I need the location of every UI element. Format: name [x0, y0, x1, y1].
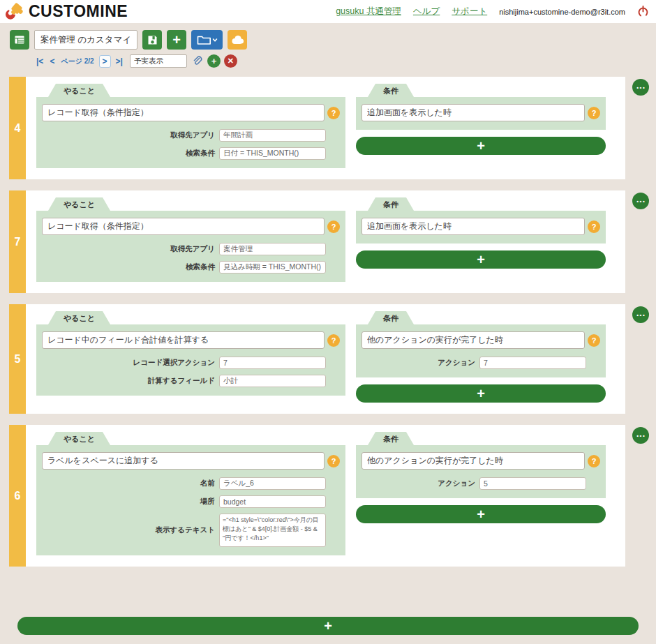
field-input[interactable] — [219, 477, 326, 490]
card-gutter: ••• — [625, 425, 656, 567]
help-icon[interactable]: ? — [588, 455, 600, 467]
card-number: 5 — [15, 353, 21, 366]
field-input[interactable] — [219, 147, 326, 160]
list-button[interactable] — [10, 30, 29, 50]
field-input[interactable] — [479, 477, 586, 490]
logout-button[interactable] — [637, 6, 649, 17]
field-input[interactable] — [219, 375, 326, 387]
field-label: 取得先アプリ — [170, 244, 215, 254]
action-fields: 名前場所表示するテキスト — [42, 477, 340, 547]
ellipsis-icon: ••• — [636, 433, 646, 439]
field-label: 検索条件 — [186, 262, 215, 272]
field-row: アクション — [361, 477, 600, 490]
help-icon[interactable]: ? — [327, 455, 340, 467]
customization-name-input[interactable] — [34, 30, 137, 50]
card-body: やること ? 名前場所表示するテキスト 条件 ? アクション — [26, 425, 625, 567]
condition-input[interactable] — [361, 452, 585, 470]
cloud-icon — [231, 35, 244, 45]
toolbar: + |< < ページ 2/2 > >| — [0, 23, 656, 68]
add-page-button[interactable]: + — [207, 54, 221, 68]
field-row: 検索条件 — [42, 147, 340, 160]
field-row: 表示するテキスト — [42, 514, 340, 547]
field-label: アクション — [438, 358, 475, 368]
card-gutter: ••• — [625, 304, 656, 414]
add-condition-button[interactable]: + — [356, 384, 606, 403]
folder-menu-button[interactable] — [191, 30, 223, 50]
action-panel: ? 取得先アプリ検索条件 — [36, 97, 345, 168]
prev-page-button[interactable]: < — [48, 56, 56, 67]
card-body: やること ? 取得先アプリ検索条件 条件 ? — [26, 190, 625, 293]
action-panel: ? レコード選択アクション計算するフィールド — [36, 324, 345, 396]
field-input[interactable] — [219, 357, 326, 369]
field-input[interactable] — [219, 243, 326, 255]
action-input[interactable] — [42, 331, 325, 349]
condition-input[interactable] — [361, 218, 585, 235]
action-input[interactable] — [42, 218, 325, 235]
next-page-button[interactable]: > — [99, 55, 111, 68]
field-label: 計算するフィールド — [148, 376, 215, 386]
action-panel: ? 取得先アプリ検索条件 — [36, 211, 345, 282]
condition-section: 条件 ? アクション + — [356, 432, 606, 555]
action-panel: ? 名前場所表示するテキスト — [36, 445, 345, 555]
first-page-button[interactable]: |< — [35, 56, 45, 67]
user-email: nishijima+customine-demo@r3it.com — [499, 8, 625, 16]
nav-link-gusuku-admin[interactable]: gusuku 共通管理 — [336, 6, 401, 17]
view-name-input[interactable] — [130, 54, 187, 68]
condition-tab: 条件 — [368, 432, 414, 445]
condition-input[interactable] — [361, 104, 585, 121]
power-icon — [637, 6, 649, 17]
action-tab: やること — [48, 84, 110, 97]
add-condition-button[interactable]: + — [356, 505, 606, 523]
help-icon[interactable]: ? — [588, 334, 600, 347]
ellipsis-icon: ••• — [636, 198, 646, 204]
add-condition-button[interactable]: + — [356, 137, 606, 155]
help-icon[interactable]: ? — [588, 107, 600, 119]
card-menu-button[interactable]: ••• — [632, 193, 649, 209]
action-tab: やること — [48, 311, 110, 324]
field-label: 場所 — [200, 497, 215, 507]
action-input[interactable] — [42, 452, 325, 470]
add-condition-button[interactable]: + — [356, 250, 606, 269]
help-icon[interactable]: ? — [327, 220, 340, 233]
field-row: 名前 — [42, 477, 340, 490]
add-action-button[interactable]: + — [17, 617, 639, 635]
close-icon: ✕ — [228, 57, 234, 65]
action-fields: 取得先アプリ検索条件 — [42, 129, 340, 160]
field-input[interactable] — [219, 129, 326, 142]
action-input[interactable] — [42, 104, 325, 121]
paperclip-icon — [192, 56, 202, 66]
help-icon[interactable]: ? — [327, 334, 340, 347]
card-menu-button[interactable]: ••• — [632, 427, 649, 444]
condition-input[interactable] — [361, 331, 585, 349]
toolbar-row-main: + — [10, 30, 646, 50]
help-icon[interactable]: ? — [588, 220, 600, 233]
card-menu-button[interactable]: ••• — [632, 79, 649, 96]
action-fields: 取得先アプリ検索条件 — [42, 243, 340, 274]
page: CUSTOMINE gusuku 共通管理 ヘルプ サポート nishijima… — [0, 0, 656, 644]
card-number-bar: 4 — [9, 77, 26, 179]
field-input[interactable] — [219, 514, 326, 547]
card-body: やること ? レコード選択アクション計算するフィールド 条件 ? アクショ — [26, 304, 625, 414]
card-menu-button[interactable]: ••• — [632, 306, 649, 323]
field-label: レコード選択アクション — [133, 358, 215, 368]
page-indicator: ページ 2/2 — [59, 57, 95, 66]
field-input[interactable] — [219, 261, 326, 274]
action-card: 5 やること ? レコード選択アクション計算するフィールド 条件 — [9, 304, 656, 414]
add-customization-button[interactable]: + — [167, 30, 186, 50]
help-icon[interactable]: ? — [327, 107, 340, 119]
field-row: アクション — [361, 357, 600, 369]
field-input[interactable] — [219, 495, 326, 508]
action-tab: やること — [48, 197, 110, 211]
nav-link-help[interactable]: ヘルプ — [413, 6, 440, 17]
save-button[interactable] — [142, 30, 162, 50]
link-view-button[interactable] — [191, 56, 204, 66]
remove-page-button[interactable]: ✕ — [224, 54, 237, 68]
nav-link-support[interactable]: サポート — [452, 6, 487, 17]
action-tab: やること — [48, 432, 110, 445]
field-label: 検索条件 — [186, 149, 215, 158]
deploy-cloud-button[interactable] — [228, 30, 247, 50]
condition-panel: ? アクション — [356, 445, 606, 498]
action-card: 7 やること ? 取得先アプリ検索条件 条件 ? — [9, 190, 656, 293]
last-page-button[interactable]: >| — [114, 56, 124, 67]
field-input[interactable] — [479, 357, 586, 369]
